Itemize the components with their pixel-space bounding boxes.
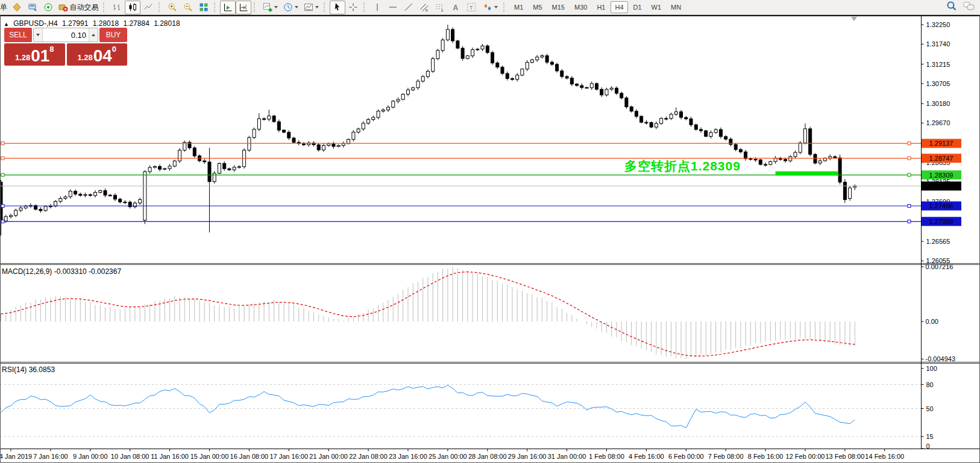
- svg-text:12 Feb 00:00: 12 Feb 00:00: [786, 453, 825, 460]
- data-window-button[interactable]: [25, 1, 40, 14]
- chevron-down-icon: [315, 6, 319, 8]
- timeframe-m5-button[interactable]: M5: [529, 1, 546, 13]
- sell-button[interactable]: SELL: [4, 28, 32, 42]
- trendline-button[interactable]: [401, 1, 416, 14]
- new-order-button[interactable]: 单: [0, 2, 7, 13]
- zoom-in-button[interactable]: [165, 1, 180, 14]
- svg-text:11 Jan 16:00: 11 Jan 16:00: [151, 453, 189, 460]
- toolbar-grip: [214, 2, 218, 12]
- timeframe-m30-button[interactable]: M30: [570, 1, 591, 13]
- candlestick-chart-button[interactable]: [125, 1, 140, 14]
- crosshair-button[interactable]: [345, 1, 361, 14]
- ohlc-high: 1.28018: [93, 19, 119, 28]
- svg-text:1.28747: 1.28747: [929, 155, 953, 162]
- rsi-indicator-label: RSI(14) 36.0853: [2, 365, 55, 374]
- svg-text:17 Jan 16:00: 17 Jan 16:00: [269, 453, 308, 460]
- svg-text:100: 100: [926, 365, 937, 372]
- periods-button[interactable]: [280, 1, 301, 14]
- price-label-1.27496: 1.27496: [922, 202, 961, 211]
- navigator-button[interactable]: [40, 1, 56, 14]
- rsi-line: [1, 385, 855, 428]
- toolbar-grip: [103, 2, 107, 12]
- data-window-icon: [28, 2, 37, 12]
- volume-increase-button[interactable]: [89, 28, 98, 42]
- chevron-down-icon: [494, 6, 498, 8]
- timeframe-m1-button[interactable]: M1: [510, 1, 527, 13]
- text-label-button[interactable]: T: [463, 1, 479, 14]
- svg-text:1.28309: 1.28309: [929, 172, 953, 179]
- zoom-out-button[interactable]: [180, 1, 196, 14]
- timeframe-h1-button[interactable]: H1: [592, 1, 609, 13]
- tile-windows-button[interactable]: [196, 1, 212, 14]
- volume-input[interactable]: [43, 28, 89, 42]
- autotrading-button[interactable]: 自动交易: [56, 1, 101, 14]
- zoom-out-icon: [183, 2, 193, 12]
- sell-price-main: 01: [31, 48, 49, 64]
- chart-shift-icon: [239, 2, 248, 12]
- collapse-panel-arrow[interactable]: ▲: [4, 21, 9, 27]
- svg-text:15 Jan 00:00: 15 Jan 00:00: [190, 453, 229, 460]
- chart-ohlc-header: ▲ GBPUSD-,H4 1.27991 1.28018 1.27884 1.2…: [4, 19, 183, 28]
- svg-text:E: E: [426, 8, 428, 12]
- timeframe-d1-button[interactable]: D1: [629, 1, 646, 13]
- pivot-annotation-text[interactable]: 多空转折点1.28309: [624, 158, 741, 175]
- templates-button[interactable]: [301, 1, 321, 14]
- toolbar-right-group: [946, 1, 980, 14]
- line-chart-button[interactable]: [140, 1, 156, 14]
- svg-text:1.31215: 1.31215: [926, 61, 950, 68]
- timeframe-w1-button[interactable]: W1: [647, 1, 666, 13]
- bar-chart-button[interactable]: [109, 1, 125, 14]
- buy-price-display[interactable]: 1.28040: [67, 43, 128, 66]
- new-chart-button[interactable]: [9, 1, 25, 14]
- crosshair-icon: [348, 2, 358, 12]
- hline-1.27496[interactable]: [0, 205, 922, 208]
- horizontal-line-button[interactable]: [385, 1, 401, 14]
- sell-price-display[interactable]: 1.28018: [4, 43, 65, 66]
- timeframe-mn-button[interactable]: MN: [667, 1, 685, 13]
- auto-scroll-button[interactable]: [220, 1, 236, 14]
- timeframe-toolbar: M1M5M15M30H1H4D1W1MN: [509, 1, 686, 13]
- timeframe-h4-button[interactable]: H4: [611, 1, 627, 13]
- time-axis: 4 Jan 20197 Jan 16:009 Jan 00:0010 Jan 0…: [0, 449, 904, 461]
- equidistant-channel-icon: E: [419, 2, 429, 12]
- timeframe-m15-button[interactable]: M15: [548, 1, 569, 13]
- search-icon[interactable]: [946, 1, 957, 14]
- cursor-button[interactable]: [330, 1, 345, 14]
- chat-icon[interactable]: [963, 1, 975, 13]
- svg-text:9 Jan 00:00: 9 Jan 00:00: [73, 453, 108, 460]
- svg-text:1.32250: 1.32250: [926, 21, 950, 28]
- svg-text:14 Feb 16:00: 14 Feb 16:00: [865, 453, 904, 460]
- indicators-button[interactable]: [260, 1, 280, 14]
- symbol-period-label: GBPUSD-,H4: [13, 19, 57, 28]
- svg-text:1.30180: 1.30180: [926, 100, 950, 107]
- price-label-1.28309: 1.28309: [922, 170, 961, 179]
- hline-1.28747[interactable]: [0, 157, 922, 160]
- text-button[interactable]: A: [448, 1, 463, 14]
- vertical-line-button[interactable]: [369, 1, 385, 14]
- chart-shift-marker[interactable]: [851, 17, 857, 21]
- buy-button[interactable]: BUY: [99, 28, 127, 42]
- rsi-axis: 1008050150: [922, 365, 937, 450]
- ohlc-close: 1.28018: [154, 19, 180, 28]
- chart-shift-button[interactable]: [236, 1, 251, 14]
- fibonacci-button[interactable]: F: [432, 1, 448, 14]
- svg-text:0: 0: [926, 443, 930, 450]
- hline-1.27089[interactable]: [0, 220, 922, 223]
- tile-windows-icon: [199, 2, 209, 12]
- buy-price-big: 1.28: [77, 53, 92, 62]
- macd-indicator-label: MACD(12,26,9) -0.003310 -0.002367: [2, 267, 121, 276]
- svg-text:0.00: 0.00: [926, 318, 938, 325]
- hline-1.29137[interactable]: [0, 142, 922, 145]
- fibonacci-icon: F: [435, 2, 445, 12]
- svg-text:6 Feb 00:00: 6 Feb 00:00: [668, 453, 704, 460]
- svg-text:16 Jan 08:00: 16 Jan 08:00: [230, 453, 269, 460]
- arrows-button[interactable]: [479, 1, 501, 14]
- pivot-highlight-bar[interactable]: [776, 172, 838, 176]
- volume-decrease-button[interactable]: [34, 28, 43, 42]
- equidistant-channel-button[interactable]: E: [416, 1, 432, 14]
- svg-text:29 Jan 16:00: 29 Jan 16:00: [508, 453, 547, 460]
- macd-axis: 0.0072160.00-0.004943: [922, 263, 956, 362]
- sell-price-big: 1.28: [15, 53, 30, 62]
- chevron-down-icon: [36, 34, 40, 36]
- templates-icon: [304, 2, 313, 12]
